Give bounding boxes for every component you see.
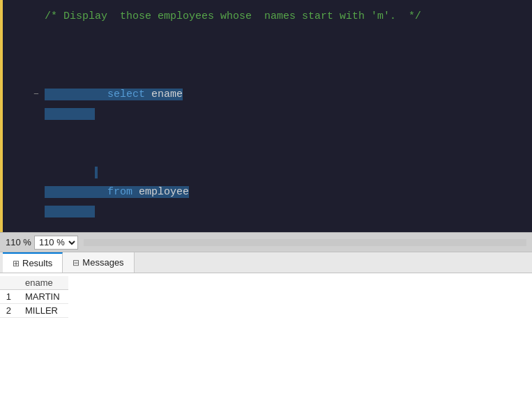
tab-messages[interactable]: ⊟ Messages — [63, 252, 134, 273]
collapse-icon[interactable]: − — [31, 85, 42, 105]
table-icon: ⊞ — [13, 259, 20, 268]
from-line: from employee — [10, 144, 532, 232]
zoom-control[interactable]: 110 % 110 % 100 % 150 % — [6, 236, 78, 250]
results-content: ename 1MARTIN2MILLER — [0, 273, 532, 405]
ename-column-header: ename — [20, 276, 68, 290]
row-number: 1 — [0, 290, 20, 304]
tab-results-label: Results — [22, 258, 52, 268]
select-keyword: select — [107, 89, 145, 100]
row-number: 2 — [0, 304, 20, 318]
editor-panel: /* Display those employees whose names s… — [0, 0, 532, 232]
row-num-header — [0, 276, 20, 290]
results-panel: ⊞ Results ⊟ Messages ename 1MARTIN2MILLE… — [0, 252, 532, 405]
select-line: − select ename — [10, 46, 532, 144]
from-keyword: from — [107, 186, 132, 198]
ename-cell: MARTIN — [20, 290, 68, 304]
blank-line — [10, 26, 532, 46]
tab-results[interactable]: ⊞ Results — [3, 252, 63, 273]
zoom-dropdown[interactable]: 110 % 100 % 150 % — [34, 236, 78, 250]
status-bar: 110 % 110 % 100 % 150 % — [0, 232, 532, 252]
table-row: 1MARTIN — [0, 290, 68, 304]
results-tabs: ⊞ Results ⊟ Messages — [0, 252, 532, 273]
horizontal-scrollbar[interactable] — [84, 239, 526, 246]
tab-messages-label: Messages — [82, 257, 123, 268]
ename-cell: MILLER — [20, 304, 68, 318]
table-row: 2MILLER — [0, 304, 68, 318]
message-icon: ⊟ — [73, 258, 79, 268]
results-table: ename 1MARTIN2MILLER — [0, 276, 68, 318]
comment-text: /* Display those employees whose names s… — [42, 7, 421, 26]
zoom-level-label: 110 % — [6, 237, 31, 247]
code-editor[interactable]: /* Display those employees whose names s… — [3, 0, 532, 232]
comment-line: /* Display those employees whose names s… — [10, 7, 532, 26]
